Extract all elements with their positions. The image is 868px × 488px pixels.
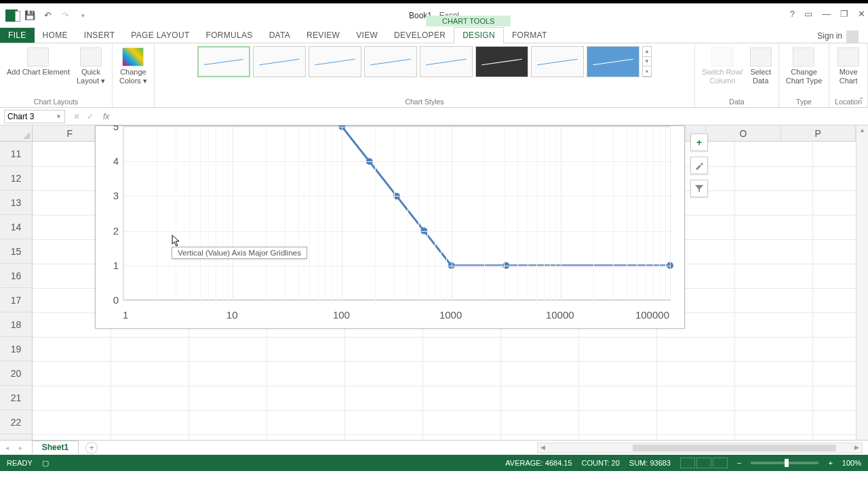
- restore-icon[interactable]: ❐: [840, 9, 848, 19]
- save-icon[interactable]: 💾: [24, 10, 35, 21]
- status-average: AVERAGE: 4684.15: [505, 459, 572, 467]
- chart-style-thumb[interactable]: [309, 46, 361, 77]
- row-header[interactable]: 14: [0, 215, 32, 239]
- group-label-chart-styles: Chart Styles: [405, 98, 443, 106]
- row-header[interactable]: 20: [0, 361, 32, 386]
- customize-qat-icon[interactable]: ▾: [77, 10, 88, 21]
- y-tick-label: 1: [113, 259, 119, 270]
- row-headers[interactable]: 111213141516171819202122: [0, 142, 33, 440]
- select-data-button[interactable]: SelectData: [749, 46, 773, 86]
- column-header[interactable]: O: [706, 125, 781, 141]
- title-bar: 💾 ↶ ↷ ▾ Book1 - Excel CHART TOOLS ? ▭ — …: [0, 0, 868, 27]
- collapse-ribbon-icon[interactable]: ⌃: [859, 96, 864, 104]
- contextual-tab-label: CHART TOOLS: [426, 16, 511, 26]
- zoom-out-button[interactable]: −: [737, 459, 741, 467]
- row-header[interactable]: 11: [0, 142, 32, 166]
- y-tick-label: 0: [113, 294, 119, 306]
- tab-format[interactable]: FORMAT: [504, 28, 555, 43]
- quick-layout-icon: [80, 47, 102, 66]
- row-header[interactable]: 17: [0, 288, 32, 312]
- cancel-formula-icon: ✕: [73, 112, 80, 121]
- formula-input[interactable]: [113, 110, 868, 123]
- redo-icon[interactable]: ↷: [60, 10, 71, 21]
- select-data-icon: [750, 47, 772, 66]
- name-box[interactable]: Chart 3▼: [4, 110, 65, 123]
- zoom-slider[interactable]: [751, 462, 818, 464]
- ribbon-display-icon[interactable]: ▭: [804, 9, 812, 19]
- chart-style-thumb[interactable]: [587, 46, 639, 77]
- chart-style-thumb[interactable]: [475, 46, 528, 77]
- row-header[interactable]: 22: [0, 410, 32, 434]
- row-header[interactable]: 21: [0, 386, 32, 410]
- x-tick-label: 100: [333, 309, 350, 321]
- row-header[interactable]: 19: [0, 337, 32, 361]
- macro-record-icon[interactable]: ▢: [42, 459, 49, 468]
- row-header[interactable]: 16: [0, 264, 32, 288]
- chart-style-thumb[interactable]: [253, 46, 306, 77]
- move-chart-icon: [837, 47, 859, 66]
- add-chart-element-button[interactable]: Add Chart Element: [5, 46, 71, 78]
- tab-formulas[interactable]: FORMULAS: [198, 28, 261, 43]
- x-tick-label: 1000: [439, 309, 462, 321]
- sheet-tab-active[interactable]: Sheet1: [32, 441, 79, 453]
- tab-review[interactable]: REVIEW: [298, 28, 348, 43]
- change-colors-icon: [122, 47, 144, 66]
- plot-area[interactable]: [123, 126, 671, 301]
- row-header[interactable]: 13: [0, 190, 32, 215]
- zoom-in-button[interactable]: +: [828, 459, 832, 467]
- row-header[interactable]: 12: [0, 166, 32, 190]
- chart-series[interactable]: [123, 127, 670, 300]
- tab-design[interactable]: DESIGN: [454, 27, 504, 43]
- chevron-down-icon[interactable]: ▼: [56, 113, 62, 120]
- embedded-chart[interactable]: 012345 110100100010000100000 Vertical (V…: [95, 125, 685, 329]
- tab-home[interactable]: HOME: [35, 28, 76, 43]
- quick-access-toolbar: 💾 ↶ ↷ ▾: [0, 9, 88, 22]
- sheet-nav-buttons[interactable]: ◂ ▸: [0, 444, 32, 451]
- y-tick-label: 4: [113, 155, 119, 167]
- vertical-scrollbar[interactable]: [856, 125, 868, 440]
- gallery-scroll[interactable]: ▲▼▾: [642, 46, 652, 77]
- chart-style-thumb[interactable]: [364, 46, 417, 77]
- quick-layout-button[interactable]: QuickLayout ▾: [75, 46, 106, 86]
- select-all-button[interactable]: [0, 125, 33, 142]
- change-chart-type-button[interactable]: ChangeChart Type: [785, 46, 824, 86]
- help-icon[interactable]: ?: [790, 9, 795, 19]
- chart-style-thumb[interactable]: [420, 46, 473, 77]
- tab-page-layout[interactable]: PAGE LAYOUT: [123, 28, 197, 43]
- cursor-icon: [172, 235, 181, 247]
- chart-styles-gallery[interactable]: ▲▼▾: [197, 46, 652, 77]
- row-header[interactable]: 18: [0, 312, 32, 337]
- new-sheet-button[interactable]: +: [85, 442, 98, 454]
- view-mode-buttons[interactable]: [680, 458, 728, 468]
- move-chart-button[interactable]: MoveChart: [836, 46, 861, 86]
- tab-data[interactable]: DATA: [261, 28, 298, 43]
- zoom-level[interactable]: 100%: [842, 459, 861, 467]
- worksheet-grid[interactable]: FGHIJKLMNOP 111213141516171819202122 012…: [0, 125, 868, 440]
- row-header[interactable]: 15: [0, 239, 32, 264]
- x-axis-ticks: 110100100010000100000: [123, 309, 671, 323]
- y-tick-label: 5: [113, 125, 119, 132]
- minimize-icon[interactable]: —: [822, 9, 831, 19]
- change-colors-button[interactable]: ChangeColors ▾: [118, 46, 149, 86]
- y-tick-label: 3: [113, 190, 119, 201]
- tab-developer[interactable]: DEVELOPER: [386, 28, 454, 43]
- column-header[interactable]: P: [781, 125, 856, 141]
- ribbon-tabs: FILE HOME INSERT PAGE LAYOUT FORMULAS DA…: [0, 27, 868, 43]
- tab-view[interactable]: VIEW: [348, 28, 386, 43]
- chart-style-thumb[interactable]: [197, 46, 250, 77]
- tab-insert[interactable]: INSERT: [76, 28, 123, 43]
- chart-styles-button[interactable]: [690, 157, 708, 174]
- chart-filter-button[interactable]: [690, 180, 708, 197]
- undo-icon[interactable]: ↶: [42, 10, 53, 21]
- close-icon[interactable]: ✕: [858, 9, 865, 19]
- chart-elements-button[interactable]: +: [690, 134, 708, 151]
- sign-in-link[interactable]: Sign in: [817, 30, 868, 43]
- status-sum: SUM: 93683: [629, 459, 671, 467]
- fx-icon[interactable]: fx: [99, 112, 113, 121]
- tab-file[interactable]: FILE: [0, 28, 35, 43]
- status-bar: READY ▢ AVERAGE: 4684.15 COUNT: 20 SUM: …: [0, 455, 868, 471]
- avatar-icon: [846, 30, 859, 43]
- horizontal-scrollbar[interactable]: ◀▶: [537, 443, 863, 453]
- switch-icon: [711, 47, 733, 66]
- chart-style-thumb[interactable]: [531, 46, 584, 77]
